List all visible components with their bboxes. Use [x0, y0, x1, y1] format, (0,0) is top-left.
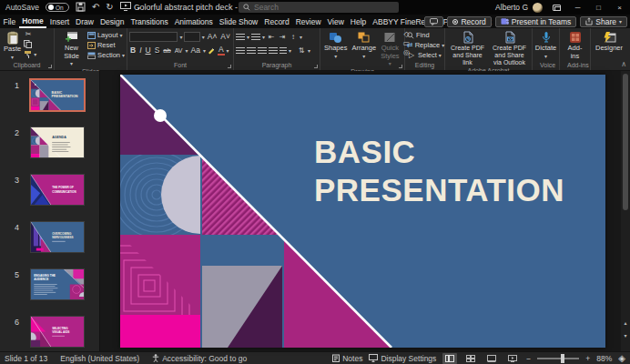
notes-button[interactable]: Notes: [332, 354, 362, 363]
change-case-button[interactable]: Aa: [190, 46, 201, 55]
previous-slide-icon[interactable]: ▴: [621, 317, 630, 328]
tab-home[interactable]: Home: [19, 15, 47, 28]
decrease-indent-icon[interactable]: ⇤: [267, 34, 276, 41]
font-size-combobox[interactable]: [184, 32, 199, 42]
save-icon[interactable]: [76, 2, 86, 14]
close-button[interactable]: ×: [609, 0, 630, 15]
format-painter-button[interactable]: ▾: [24, 50, 36, 58]
font-name-caret-icon[interactable]: ▾: [179, 34, 182, 40]
ribbon-display-options-button[interactable]: [546, 0, 567, 15]
slideshow-view-button[interactable]: [505, 353, 520, 364]
designer-button[interactable]: Designer: [593, 30, 625, 54]
scrollbar-thumb[interactable]: [623, 74, 628, 210]
tab-design[interactable]: Design: [97, 15, 127, 28]
align-left-icon[interactable]: [236, 47, 245, 55]
thumbnail-slide-6[interactable]: SELECTING VISUAL AIDS: [31, 317, 84, 347]
quick-styles-button[interactable]: Quick Styles▾: [379, 30, 401, 68]
shrink-font-button[interactable]: A˅: [219, 33, 231, 41]
display-settings-button[interactable]: Display Settings: [369, 354, 436, 363]
tab-view[interactable]: View: [324, 15, 347, 28]
columns-button[interactable]: ▾: [279, 47, 291, 55]
redo-icon[interactable]: ↻: [106, 3, 113, 12]
undo-icon[interactable]: ↶: [92, 3, 99, 12]
shapes-button[interactable]: Shapes▾: [322, 30, 349, 68]
find-button[interactable]: Find: [407, 31, 442, 39]
account-name[interactable]: Alberto G: [495, 3, 528, 12]
avatar[interactable]: [533, 3, 543, 13]
main-slide[interactable]: BASIC PRESENTATION: [120, 75, 605, 348]
create-pdf-share-link-button[interactable]: Create PDF and Share link: [447, 30, 488, 67]
maximize-button[interactable]: □: [588, 0, 609, 15]
slide-sorter-view-button[interactable]: [463, 353, 478, 364]
increase-indent-icon[interactable]: ⇥: [278, 34, 287, 41]
fit-slide-to-window-icon[interactable]: ◈: [618, 353, 625, 363]
justify-icon[interactable]: [269, 47, 278, 55]
tab-animations[interactable]: Animations: [171, 15, 216, 28]
line-spacing-button[interactable]: ↕▾: [289, 34, 302, 41]
font-size-caret-icon[interactable]: ▾: [202, 34, 205, 40]
language-indicator[interactable]: English (United States): [60, 354, 139, 363]
accessibility-status[interactable]: Accessibility: Good to go: [152, 354, 247, 363]
underline-button[interactable]: U: [145, 46, 152, 55]
record-button[interactable]: Record: [447, 16, 491, 27]
text-direction-button[interactable]: ⇅▾: [297, 47, 310, 55]
thumbnail-slide-4[interactable]: OVERCOMING NERVOUSNESS: [31, 222, 84, 252]
highlighter-icon[interactable]: [208, 46, 216, 55]
minimize-button[interactable]: ─: [567, 0, 588, 15]
bold-button[interactable]: B: [129, 46, 137, 55]
drawing-dialog-launcher-icon[interactable]: [399, 65, 402, 68]
reset-button[interactable]: Reset: [87, 41, 125, 49]
tab-draw[interactable]: Draw: [73, 15, 97, 28]
search-box[interactable]: [239, 2, 399, 13]
dictate-button[interactable]: Dictate▾: [534, 30, 557, 61]
tab-transitions[interactable]: Transitions: [127, 15, 171, 28]
layout-button[interactable]: Layout▾: [87, 31, 125, 39]
comments-button[interactable]: [424, 16, 443, 27]
create-pdf-share-outlook-button[interactable]: Create PDF and Share via Outlook: [489, 30, 530, 67]
autosave-toggle[interactable]: On: [46, 3, 69, 12]
align-center-icon[interactable]: [247, 47, 256, 55]
zoom-slider-knob[interactable]: [561, 354, 564, 363]
character-spacing-button[interactable]: AV: [174, 47, 184, 54]
tab-file[interactable]: File: [0, 15, 19, 28]
zoom-slider[interactable]: [537, 358, 579, 359]
thumbnail-slide-5[interactable]: ENGAGING THE AUDIENCE: [31, 269, 84, 299]
bullets-button[interactable]: ▾: [236, 34, 249, 41]
collapse-ribbon-icon[interactable]: ∧: [621, 60, 626, 68]
zoom-in-button[interactable]: +: [585, 354, 590, 363]
slide-title-line2[interactable]: PRESENTATION: [314, 172, 564, 207]
cut-button[interactable]: ✂: [24, 31, 36, 38]
tab-help[interactable]: Help: [347, 15, 369, 28]
vertical-scrollbar[interactable]: ▴ ▾: [621, 71, 630, 351]
next-slide-icon[interactable]: ▾: [621, 329, 630, 340]
strikethrough-button[interactable]: ab: [162, 47, 171, 55]
addins-button[interactable]: Add-ins: [562, 30, 588, 61]
clipboard-dialog-launcher-icon[interactable]: [48, 65, 52, 68]
normal-view-button[interactable]: [442, 353, 457, 364]
thumbnail-slide-2[interactable]: AGENDA: [31, 127, 84, 157]
numbering-button[interactable]: ▾: [251, 34, 265, 41]
slide-title-line1[interactable]: BASIC: [314, 134, 415, 169]
search-input[interactable]: [254, 3, 381, 12]
share-button[interactable]: Share▾: [580, 16, 627, 27]
present-in-teams-button[interactable]: Present in Teams: [495, 16, 577, 27]
tab-record[interactable]: Record: [261, 15, 292, 28]
zoom-out-button[interactable]: −: [526, 354, 531, 363]
font-name-combobox[interactable]: [129, 32, 178, 42]
replace-button[interactable]: ⇄Replace▾: [407, 41, 442, 49]
tab-review[interactable]: Review: [292, 15, 324, 28]
thumbnail-slide-1[interactable]: BASIC PRESENTATION: [31, 80, 84, 110]
paste-button[interactable]: Paste▾: [2, 30, 23, 62]
text-shadow-button[interactable]: S: [154, 46, 161, 55]
select-button[interactable]: ▷Select▾: [407, 51, 442, 59]
align-right-icon[interactable]: [258, 47, 267, 55]
paragraph-dialog-launcher-icon[interactable]: [314, 65, 318, 68]
tab-insert[interactable]: Insert: [46, 15, 72, 28]
copy-button[interactable]: [24, 40, 36, 48]
zoom-level[interactable]: 88%: [596, 354, 612, 363]
font-dialog-launcher-icon[interactable]: [228, 65, 231, 68]
font-color-button[interactable]: A: [218, 46, 225, 56]
thumbnail-slide-3[interactable]: THE POWER OF COMMUNICATION: [31, 175, 84, 205]
section-button[interactable]: Section▾: [87, 51, 125, 59]
start-slideshow-icon[interactable]: [120, 2, 131, 13]
